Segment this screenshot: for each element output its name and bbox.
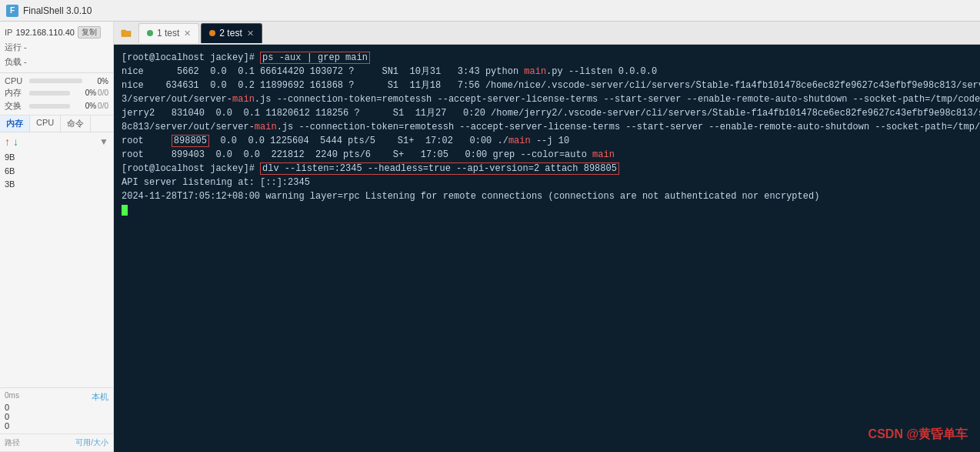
net-val-6b: 6B: [5, 165, 108, 179]
cpu-label: CPU: [5, 76, 26, 85]
file-section: 路径 可用/大小: [0, 434, 113, 452]
lat-val-a: 0: [5, 403, 108, 412]
latency-section: 0ms 本机 0 0 0: [0, 388, 113, 434]
tab-command[interactable]: 命令: [61, 116, 91, 132]
cpu-stat-row: CPU 0%: [5, 75, 108, 86]
swap-value: 0%: [73, 102, 96, 110]
mem-label: 内存: [5, 87, 26, 99]
tab-cpu[interactable]: CPU: [30, 116, 61, 132]
file-path-label: 路径: [5, 437, 75, 448]
network-section: ↑ ↓ ▼ 9B 6B 3B: [0, 132, 113, 388]
upload-arrow-icon: ↑: [5, 136, 10, 148]
latency-row: 0ms 本机: [5, 391, 108, 403]
term-line-11: 2024-11-28T17:05:12+08:00 warning layer=…: [122, 189, 972, 203]
term-cmd-box-1: ps -aux | grep main: [260, 52, 370, 64]
connection-info: IP 192.168.110.40 复制 运行 - 负载 -: [0, 22, 113, 73]
file-size-label: 可用/大小: [75, 437, 108, 448]
latency-value: 0ms: [5, 391, 19, 403]
sidebar: IP 192.168.110.40 复制 运行 - 负载 - CPU 0% 内存: [0, 22, 114, 452]
main-layout: IP 192.168.110.40 复制 运行 - 负载 - CPU 0% 内存: [0, 22, 980, 452]
term-line-3: nice 634631 0.0 0.2 11899692 161868 ? S1…: [122, 79, 972, 92]
ip-value: 192.168.110.40: [15, 28, 74, 37]
tab-bar: 1 test ✕ 2 test ✕: [114, 22, 980, 45]
net-val-3b: 3B: [5, 178, 108, 192]
swap-label: 交换: [5, 100, 26, 112]
tab-2-label: 2 test: [219, 28, 242, 39]
latency-local-label: 本机: [92, 391, 108, 403]
folder-icon[interactable]: [117, 24, 135, 42]
tab-2[interactable]: 2 test ✕: [201, 23, 262, 43]
term-line-5: jerry2 831040 0.0 0.1 11820612 118256 ? …: [122, 106, 972, 120]
swap-bar: [29, 104, 70, 109]
tab-memory[interactable]: 内存: [0, 116, 30, 132]
mem-bar: [29, 91, 70, 95]
term-line-7: root 898805 0.0 0.0 1225604 5444 pts/5 S…: [122, 134, 972, 148]
term-line-8: root 899403 0.0 0.0 221812 2240 pts/6 S+…: [122, 148, 972, 162]
cpu-value: 0%: [85, 77, 108, 85]
tab-2-close[interactable]: ✕: [247, 28, 254, 39]
tab-1[interactable]: 1 test ✕: [138, 23, 199, 43]
mem-value: 0%: [73, 89, 96, 97]
term-prompt-2: [root@localhost jackey]#: [122, 163, 260, 174]
tab-2-dot: [209, 30, 215, 36]
term-line-2: nice 5662 0.0 0.1 66614420 103072 ? SN1 …: [122, 65, 972, 79]
run-label: 运行 -: [5, 42, 27, 53]
mem-extra: 0/0: [98, 89, 108, 97]
app-title: FinalShell 3.0.10: [23, 5, 92, 16]
lat-val-c: 0: [5, 421, 108, 430]
terminal-area: 1 test ✕ 2 test ✕ [root@localhost jackey…: [114, 22, 980, 452]
term-line-10: API server listening at: [::]:2345: [122, 176, 972, 189]
tab-1-dot: [147, 30, 153, 36]
ip-label: IP: [5, 28, 12, 37]
run-row: 运行 -: [5, 40, 108, 55]
network-values: 9B 6B 3B: [5, 151, 108, 192]
term-cmd-box-2: dlv --listen=:2345 --headless=true --api…: [260, 162, 619, 175]
cpu-bar: [29, 79, 82, 83]
net-val-9b: 9B: [5, 151, 108, 165]
title-bar: F FinalShell 3.0.10: [0, 0, 980, 22]
term-line-9: [root@localhost jackey]# dlv --listen=:2…: [122, 162, 972, 176]
copy-button[interactable]: 复制: [78, 26, 101, 39]
term-prompt-1: [root@localhost jackey]#: [122, 52, 260, 63]
app-icon: F: [6, 5, 18, 17]
terminal-cursor: [122, 205, 128, 216]
ip-row: IP 192.168.110.40 复制: [5, 25, 108, 40]
tab-1-label: 1 test: [157, 28, 179, 39]
file-col-headers: 路径 可用/大小: [5, 437, 108, 448]
term-line-4: 3/server/out/server-main.js --connection…: [122, 92, 972, 106]
monitor-tabs: 内存 CPU 命令: [0, 116, 113, 132]
system-stats: CPU 0% 内存 0% 0/0 交换 0% 0/0: [0, 73, 113, 116]
swap-extra: 0/0: [98, 102, 108, 110]
load-row: 负载 -: [5, 55, 108, 69]
tab-1-close[interactable]: ✕: [184, 28, 191, 39]
expand-icon[interactable]: ▼: [99, 136, 108, 147]
term-line-cursor: [122, 203, 972, 217]
term-pid-highlight: 898805: [172, 135, 209, 147]
load-label: 负载 -: [5, 56, 27, 68]
download-arrow-icon: ↓: [13, 136, 18, 148]
terminal-content[interactable]: [root@localhost jackey]# ps -aux | grep …: [114, 45, 980, 452]
term-line-6: 8c813/server/out/server-main.js --connec…: [122, 120, 972, 134]
mem-stat-row: 内存 0% 0/0: [5, 86, 108, 99]
network-arrows: ↑ ↓ ▼: [5, 136, 108, 148]
lat-val-b: 0: [5, 412, 108, 421]
term-line-1: [root@localhost jackey]# ps -aux | grep …: [122, 51, 972, 65]
swap-stat-row: 交换 0% 0/0: [5, 99, 108, 112]
